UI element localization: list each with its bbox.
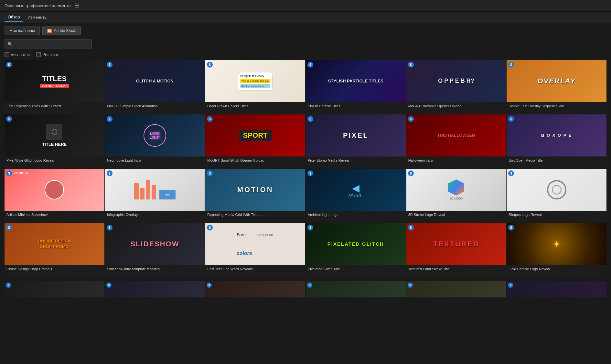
free-checkbox[interactable] bbox=[5, 52, 9, 57]
list-item[interactable]: $ MOTION Repeating Media Grid With Title… bbox=[205, 169, 305, 222]
list-item[interactable]: $ ⬡ TITLE HERE Pixel Wipe Glitch Logo Re… bbox=[5, 114, 104, 168]
premium-badge: $ bbox=[106, 283, 112, 288]
premium-badge: $ bbox=[408, 170, 414, 176]
list-item[interactable]: $ Shapes Logo Reveal bbox=[507, 169, 606, 222]
premium-badge: $ bbox=[307, 170, 313, 176]
list-item[interactable]: $ ARTISTIC Artistic Minimal Slideshow bbox=[5, 169, 104, 222]
card-text: SPORT bbox=[239, 130, 272, 141]
list-item[interactable]: $ PIXEL Pixel Stomp Media Reveal bbox=[306, 114, 406, 168]
card-title: Repeating Media Grid With Titles ... bbox=[205, 211, 305, 222]
list-item[interactable]: $ O P P E B R? MoGRT Rhythmic Opener Upl… bbox=[406, 60, 506, 114]
list-item[interactable]: $ ◀ AMBIENT Ambient Light Logo bbox=[306, 169, 406, 222]
list-item[interactable]: $ 3D LOGO 3D Stroke Logo Reveal bbox=[406, 169, 506, 222]
top-bar: Основные графические элементы ☰ bbox=[0, 0, 611, 12]
card-thumbnail: $ ARTISTIC bbox=[5, 169, 104, 211]
card-title: 3D Stroke Logo Reveal bbox=[406, 211, 506, 222]
list-item[interactable]: $ LOVELIGHT Neon Love Light Intro bbox=[105, 114, 205, 168]
list-item[interactable]: $ THIS HALLOWEEN Halloween Intro bbox=[406, 114, 506, 168]
card-text: ONLINE DESIGNSHOP PROMO bbox=[38, 239, 71, 250]
premium-badge: $ bbox=[207, 62, 213, 68]
my-templates-button[interactable]: Мои шаблоны bbox=[5, 27, 40, 35]
card-thumbnail: $ B O X O P E bbox=[507, 114, 606, 156]
premium-badge: $ bbox=[6, 225, 12, 230]
card-subtext: SUBTEXT & MEDIA bbox=[40, 84, 69, 88]
list-item[interactable]: $ TITLES SUBTEXT & MEDIA Fast Repeating … bbox=[5, 60, 104, 114]
card-title: MoGRT Sport Glitch Opener Upload bbox=[205, 156, 305, 168]
list-item[interactable]: $ bbox=[5, 281, 104, 297]
card-text: TITLE HERE bbox=[42, 142, 67, 147]
premium-badge: $ bbox=[307, 225, 313, 230]
card-thumbnail: $ TEXTURED bbox=[406, 223, 506, 265]
menu-icon[interactable]: ☰ bbox=[75, 3, 79, 9]
filter-premium[interactable]: Premium bbox=[36, 52, 58, 57]
card-thumbnail: $ 3D LOGO bbox=[406, 169, 506, 211]
list-item[interactable]: $ bbox=[205, 281, 305, 297]
adobe-stock-label: Adobe Stock bbox=[54, 28, 76, 33]
premium-badge: $ bbox=[508, 283, 513, 288]
premium-badge: $ bbox=[107, 116, 113, 122]
premium-badge: $ bbox=[508, 170, 514, 176]
list-item[interactable]: $ SLIDESHOW Slideshow Intro template fea… bbox=[105, 223, 205, 277]
search-box[interactable]: 🔍 bbox=[5, 39, 92, 48]
card-text: STYLISH PARTICLE TITLES bbox=[328, 79, 383, 84]
premium-checkbox[interactable] bbox=[36, 52, 41, 57]
list-item[interactable]: $ ✦ Gold Particle Logo Reveal bbox=[507, 223, 606, 277]
list-item[interactable]: $ Being ✱ ✱ Reality This is a callout te… bbox=[205, 60, 305, 114]
card-title: MoGRT Rhythmic Opener Upload bbox=[406, 102, 506, 114]
tab-change[interactable]: Изменить bbox=[25, 13, 50, 22]
card-thumbnail: $ LOVELIGHT bbox=[105, 114, 205, 156]
list-item[interactable]: $ bbox=[406, 281, 506, 297]
list-item[interactable]: $ SPORT MoGRT Sport Glitch Opener Upload bbox=[205, 114, 305, 168]
premium-badge: $ bbox=[207, 170, 213, 176]
card-thumbnail: $ bbox=[507, 169, 606, 211]
list-item[interactable]: $ GLITCH A MOTION MoGRT Simple Glitch An… bbox=[105, 60, 205, 114]
card-title: Neon Love Light Intro bbox=[105, 156, 205, 168]
list-item[interactable]: $ ONLINE DESIGNSHOP PROMO Online Design … bbox=[5, 223, 104, 277]
list-item[interactable]: $ bbox=[105, 281, 205, 297]
list-item[interactable]: $ B O X O P E Box Open Media Title bbox=[507, 114, 606, 168]
card-title: Pixel Wipe Glitch Logo Reveal bbox=[5, 156, 104, 168]
template-grid: $ TITLES SUBTEXT & MEDIA Fast Repeating … bbox=[0, 60, 611, 281]
card-title: Box Open Media Title bbox=[507, 156, 606, 168]
premium-badge: $ bbox=[6, 62, 12, 68]
buttons-row: Мои шаблоны St Adobe Stock bbox=[0, 23, 611, 38]
premium-badge: $ bbox=[408, 62, 414, 68]
list-item[interactable]: $ bbox=[507, 281, 606, 297]
card-text: SLIDESHOW bbox=[130, 240, 179, 248]
card-title: Hand Drawn Callout Titles bbox=[205, 102, 305, 114]
card-thumbnail: $ ◀ AMBIENT bbox=[306, 169, 406, 211]
premium-badge: $ bbox=[207, 116, 213, 122]
search-icon: 🔍 bbox=[7, 42, 13, 47]
card-thumbnail: $ SPORT bbox=[205, 114, 305, 156]
card-thumbnail: $ Fast experience. colors bbox=[205, 223, 305, 265]
list-item[interactable]: $ Fast experience. colors Fast Text One … bbox=[205, 223, 305, 277]
list-item[interactable]: $ STYLISH PARTICLE TITLES Stylish Partic… bbox=[306, 60, 406, 114]
card-title: Halloween Intro bbox=[406, 156, 506, 168]
filter-free[interactable]: Бесплатно bbox=[5, 52, 30, 57]
card-title: Ambient Light Logo bbox=[306, 211, 406, 222]
list-item[interactable]: $ Info Infographic Overlays bbox=[105, 169, 205, 222]
card-text: MOTION bbox=[237, 186, 273, 194]
card-title: Slideshow Intro template features ... bbox=[105, 265, 205, 277]
tab-overview[interactable]: Обзор bbox=[5, 13, 23, 22]
list-item[interactable]: $ OVERLAY Simple Fast Overlay Sequence W… bbox=[507, 60, 606, 114]
card-title: Simple Fast Overlay Sequence Wit... bbox=[507, 102, 606, 114]
premium-badge: $ bbox=[508, 225, 514, 230]
premium-badge: $ bbox=[107, 62, 113, 68]
filter-row: Бесплатно Premium bbox=[0, 51, 611, 60]
list-item[interactable]: $ bbox=[306, 281, 406, 297]
premium-badge: $ bbox=[6, 283, 11, 288]
list-item[interactable]: $ TEXTURED Textured Paint Stroke Title bbox=[406, 223, 506, 277]
card-thumbnail: $ Being ✱ ✱ Reality This is a callout te… bbox=[205, 60, 305, 102]
card-text: O P P E B R? bbox=[438, 78, 474, 85]
premium-badge: $ bbox=[408, 225, 414, 230]
list-item[interactable]: $ PIXELATED GLITCH Pixelated Glitch Titl… bbox=[306, 223, 406, 277]
premium-badge: $ bbox=[408, 116, 414, 122]
card-title: Fast Repeating Titles With Subtext... bbox=[5, 102, 104, 114]
premium-badge: $ bbox=[207, 225, 213, 230]
premium-badge: $ bbox=[6, 170, 12, 176]
adobe-stock-button[interactable]: St Adobe Stock bbox=[42, 27, 81, 35]
bottom-partial-row: $ $ $ $ $ $ bbox=[0, 281, 611, 297]
card-thumbnail: $ MOTION bbox=[205, 169, 305, 211]
card-title: MoGRT Simple Glitch Animation ... bbox=[105, 102, 205, 114]
